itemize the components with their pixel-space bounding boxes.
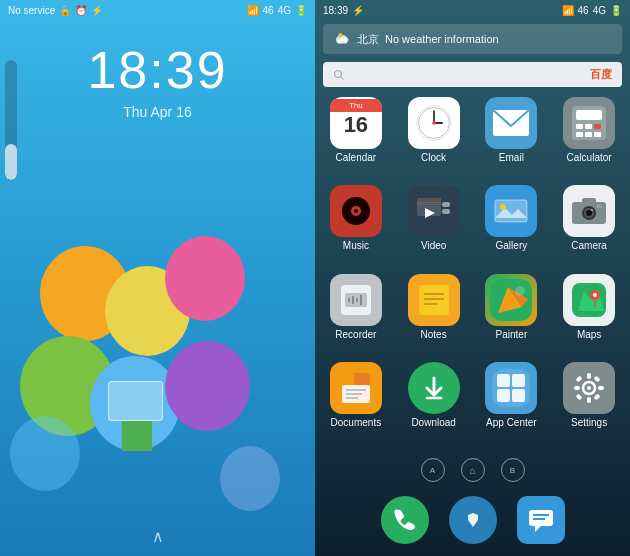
- svg-rect-28: [417, 202, 441, 203]
- nav-back-btn[interactable]: A: [421, 458, 445, 482]
- app-calculator[interactable]: Calculator: [552, 97, 626, 181]
- home-screen: 18:39 ⚡ 📶 46 4G 🔋 北京 No weather informat…: [315, 0, 630, 556]
- home-status-bar: 18:39 ⚡ 📶 46 4G 🔋: [315, 0, 630, 20]
- app-documents[interactable]: Documents: [319, 362, 393, 446]
- app-painter[interactable]: Painter: [475, 274, 549, 358]
- app-calendar[interactable]: Thu 16 Calendar: [319, 97, 393, 181]
- battery-icon: 🔋: [295, 5, 307, 16]
- app-download[interactable]: Download: [397, 362, 471, 446]
- svg-rect-29: [417, 204, 441, 205]
- app-maps[interactable]: Maps: [552, 274, 626, 358]
- lock-status-left: No service 🔒 ⏰ ⚡: [8, 5, 103, 16]
- svg-point-41: [586, 210, 592, 216]
- svg-rect-16: [585, 124, 592, 129]
- settings-icon: [563, 362, 615, 414]
- painter-svg: [490, 279, 532, 321]
- svg-rect-70: [512, 374, 525, 387]
- clock-icon: [408, 97, 460, 149]
- svg-line-6: [341, 76, 344, 79]
- volume-slider[interactable]: [5, 60, 17, 180]
- download-icon: [408, 362, 460, 414]
- app-camera[interactable]: Camera: [552, 185, 626, 269]
- nav-home-btn[interactable]: ⌂: [461, 458, 485, 482]
- svg-rect-14: [576, 110, 602, 120]
- lock-date: Thu Apr 16: [0, 104, 315, 120]
- dock-meizu-btn[interactable]: [449, 496, 497, 544]
- svg-rect-72: [512, 389, 525, 402]
- svg-point-55: [515, 286, 525, 296]
- svg-marker-86: [535, 526, 541, 532]
- home-network: 4G: [593, 5, 606, 16]
- video-svg: [413, 190, 455, 232]
- notes-label: Notes: [421, 329, 447, 340]
- cal-day-number: 16: [344, 112, 368, 138]
- svg-point-58: [593, 293, 597, 297]
- search-bar[interactable]: 百度: [323, 62, 622, 87]
- lock-status-bar: No service 🔒 ⏰ ⚡ 📶 46 4G 🔋: [0, 0, 315, 20]
- svg-point-75: [587, 386, 591, 390]
- svg-rect-15: [576, 124, 583, 129]
- lock-screen: No service 🔒 ⏰ ⚡ 📶 46 4G 🔋 18:39 Thu Apr…: [0, 0, 315, 556]
- alarm-icon: ⏰: [75, 5, 87, 16]
- home-usb-icon: ⚡: [352, 5, 364, 16]
- home-time: 18:39: [323, 5, 348, 16]
- camera-icon: [563, 185, 615, 237]
- dock: [315, 488, 630, 556]
- clock-svg: [415, 104, 453, 142]
- appcenter-icon: [485, 362, 537, 414]
- svg-rect-38: [582, 198, 596, 204]
- dock-phone-btn[interactable]: [381, 496, 429, 544]
- email-svg: [493, 110, 529, 136]
- svg-rect-76: [587, 373, 591, 379]
- svg-point-5: [335, 70, 342, 77]
- svg-rect-79: [598, 386, 604, 390]
- svg-rect-17: [594, 124, 601, 129]
- lock-screen-icon: 🔒: [59, 5, 71, 16]
- svg-rect-20: [594, 132, 601, 137]
- documents-svg: [337, 369, 375, 407]
- download-label: Download: [411, 417, 455, 428]
- svg-rect-34: [495, 200, 527, 222]
- volume-fill: [5, 144, 17, 180]
- search-icon: [333, 69, 345, 81]
- video-icon: [408, 185, 460, 237]
- balloon-pink: [165, 236, 245, 321]
- settings-label: Settings: [571, 417, 607, 428]
- svg-rect-62: [346, 389, 366, 391]
- gallery-icon: [485, 185, 537, 237]
- app-recorder[interactable]: Recorder: [319, 274, 393, 358]
- music-icon: [330, 185, 382, 237]
- music-label: Music: [343, 240, 369, 251]
- dock-message-btn[interactable]: [517, 496, 565, 544]
- no-service-text: No service: [8, 5, 55, 16]
- balloon-light-blue: [10, 416, 80, 491]
- svg-point-42: [591, 209, 593, 211]
- app-email[interactable]: Email: [475, 97, 549, 181]
- maps-icon: [563, 274, 615, 326]
- app-video[interactable]: Video: [397, 185, 471, 269]
- network-label: 4G: [278, 5, 291, 16]
- svg-point-35: [500, 204, 506, 210]
- app-settings[interactable]: Settings: [552, 362, 626, 446]
- app-gallery[interactable]: Gallery: [475, 185, 549, 269]
- svg-rect-77: [587, 397, 591, 403]
- nav-menu-btn[interactable]: B: [501, 458, 525, 482]
- lock-status-right: 📶 46 4G 🔋: [247, 5, 307, 16]
- calculator-label: Calculator: [567, 152, 612, 163]
- network-type: 46: [263, 5, 274, 16]
- app-clock[interactable]: Clock: [397, 97, 471, 181]
- lock-time: 18:39: [0, 40, 315, 100]
- folder-icon: [108, 381, 163, 421]
- home-signal-icon: 📶: [562, 5, 574, 16]
- clock-label: Clock: [421, 152, 446, 163]
- app-appcenter[interactable]: App Center: [475, 362, 549, 446]
- app-notes[interactable]: Notes: [397, 274, 471, 358]
- balloons-bg: [0, 186, 315, 526]
- recorder-icon: [330, 274, 382, 326]
- svg-point-4: [338, 33, 343, 38]
- svg-rect-18: [576, 132, 583, 137]
- email-label: Email: [499, 152, 524, 163]
- painter-label: Painter: [496, 329, 528, 340]
- app-music[interactable]: Music: [319, 185, 393, 269]
- recorder-label: Recorder: [335, 329, 376, 340]
